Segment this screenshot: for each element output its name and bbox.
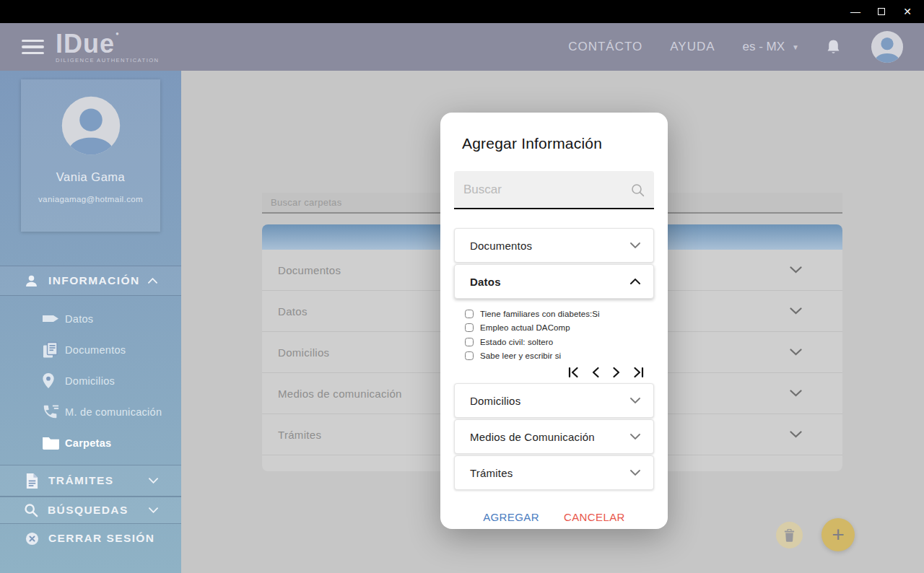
next-page-icon bbox=[611, 367, 622, 378]
cancelar-button[interactable]: CANCELAR bbox=[564, 511, 625, 523]
modal-title: Agregar Información bbox=[462, 135, 668, 152]
sidebar-section-informacion[interactable]: INFORMACIÓN bbox=[0, 266, 181, 296]
option-row[interactable]: Tiene familiares con diabetes:Si bbox=[465, 307, 654, 321]
sidebar-section-busquedas[interactable]: BÚSQUEDAS bbox=[0, 497, 181, 524]
logout-icon bbox=[25, 532, 39, 546]
profile-card: Vania Gama vaniagamag@hotmail.com bbox=[21, 79, 160, 232]
last-page-icon bbox=[632, 367, 645, 378]
previous-page-button[interactable] bbox=[590, 367, 601, 378]
sidebar-section-label: INFORMACIÓN bbox=[48, 274, 139, 287]
hamburger-menu-icon[interactable] bbox=[22, 40, 44, 55]
sidebar-item-label: Documentos bbox=[65, 344, 126, 356]
dropdown-triangle-icon: ▼ bbox=[792, 43, 799, 51]
pen-icon bbox=[42, 315, 61, 323]
accordion-label: Medios de Comunicación bbox=[470, 431, 595, 443]
maximize-button[interactable] bbox=[871, 1, 892, 22]
checkbox[interactable] bbox=[465, 351, 474, 360]
location-pin-icon bbox=[42, 372, 61, 389]
sidebar-item-label: M. de comunicación bbox=[65, 406, 162, 418]
option-row[interactable]: Estado civil: soltero bbox=[465, 335, 654, 349]
language-value: es - MX bbox=[743, 40, 785, 54]
nav-ayuda-link[interactable]: AYUDA bbox=[670, 40, 715, 54]
documents-icon bbox=[42, 341, 61, 359]
checkbox[interactable] bbox=[465, 323, 474, 332]
sidebar: Vania Gama vaniagamag@hotmail.com INFORM… bbox=[0, 71, 181, 573]
chevron-down-icon[interactable] bbox=[790, 390, 802, 397]
accordion-list: Documentos Datos Tiene familiares con di… bbox=[454, 228, 654, 490]
trash-icon bbox=[784, 529, 795, 542]
profile-email: vaniagamag@hotmail.com bbox=[21, 195, 160, 204]
minimize-button[interactable]: — bbox=[845, 1, 866, 22]
logo-text: IDue bbox=[56, 29, 115, 58]
option-label: Empleo actual DAComp bbox=[480, 323, 570, 332]
sidebar-section-label: BÚSQUEDAS bbox=[48, 504, 128, 517]
accordion-domicilios[interactable]: Domicilios bbox=[454, 383, 654, 418]
chevron-down-icon[interactable] bbox=[790, 307, 802, 315]
sidebar-item-label: Datos bbox=[65, 313, 93, 325]
logo-registered-mark: ● bbox=[116, 30, 119, 37]
avatar[interactable] bbox=[871, 30, 904, 64]
agregar-button[interactable]: AGREGAR bbox=[483, 511, 539, 523]
sidebar-item-cerrar-sesion[interactable]: CERRAR SESIÓN bbox=[0, 524, 181, 553]
nav-contacto-link[interactable]: CONTÁCTO bbox=[568, 40, 642, 54]
first-page-button[interactable] bbox=[567, 367, 580, 378]
sidebar-item-domicilios[interactable]: Domicilios bbox=[0, 365, 181, 396]
sidebar-item-medios-comunicacion[interactable]: M. de comunicación bbox=[0, 396, 181, 427]
accordion-datos[interactable]: Datos bbox=[454, 264, 654, 299]
app-header: IDue● DILIGENCE AUTHENTICATION CONTÁCTO … bbox=[0, 23, 924, 71]
chevron-down-icon bbox=[149, 507, 158, 513]
chevron-down-icon[interactable] bbox=[790, 349, 802, 356]
chevron-down-icon bbox=[630, 242, 640, 248]
chevron-down-icon bbox=[630, 398, 640, 403]
sidebar-item-label: Carpetas bbox=[65, 437, 111, 449]
accordion-datos-content: Tiene familiares con diabetes:Si Empleo … bbox=[454, 299, 654, 380]
bell-icon[interactable] bbox=[827, 39, 840, 55]
last-page-button[interactable] bbox=[632, 367, 645, 378]
row-label: Domicilios bbox=[278, 346, 329, 359]
chevron-down-icon[interactable] bbox=[790, 266, 802, 274]
sidebar-menu: Datos Documentos Domicilios bbox=[0, 303, 181, 458]
chevron-up-icon bbox=[148, 278, 157, 284]
sidebar-item-datos[interactable]: Datos bbox=[0, 303, 181, 334]
agregar-informacion-modal: Agregar Información Documentos Datos Tie… bbox=[440, 113, 668, 529]
option-row[interactable]: Sabe leer y escribir si bbox=[465, 349, 654, 364]
language-selector[interactable]: es - MX ▼ bbox=[743, 40, 799, 54]
accordion-documentos[interactable]: Documentos bbox=[454, 228, 654, 263]
sidebar-item-carpetas[interactable]: Carpetas bbox=[0, 427, 181, 458]
sidebar-section-label: TRÁMITES bbox=[48, 474, 113, 487]
maximize-icon bbox=[878, 8, 885, 15]
accordion-label: Domicilios bbox=[470, 395, 520, 407]
option-row[interactable]: Empleo actual DAComp bbox=[465, 321, 654, 336]
accordion-label: Datos bbox=[470, 276, 501, 288]
os-title-bar: — ✕ bbox=[0, 0, 924, 23]
modal-search-input[interactable] bbox=[454, 171, 654, 208]
person-icon bbox=[24, 274, 39, 289]
minimize-icon: — bbox=[850, 6, 860, 17]
close-button[interactable]: ✕ bbox=[897, 1, 918, 22]
modal-actions: AGREGAR CANCELAR bbox=[440, 511, 668, 523]
profile-avatar bbox=[61, 95, 121, 156]
checkbox[interactable] bbox=[465, 338, 474, 346]
search-icon bbox=[24, 503, 38, 517]
option-label: Tiene familiares con diabetes:Si bbox=[480, 310, 600, 318]
logo-tagline: DILIGENCE AUTHENTICATION bbox=[56, 57, 160, 64]
profile-name: Vania Gama bbox=[21, 170, 160, 184]
close-icon: ✕ bbox=[903, 6, 912, 17]
delete-fab-button[interactable] bbox=[776, 522, 803, 548]
chevron-down-icon bbox=[149, 478, 158, 484]
chevron-down-icon[interactable] bbox=[790, 431, 802, 438]
modal-search-box bbox=[454, 171, 654, 209]
header-nav: CONTÁCTO AYUDA es - MX ▼ bbox=[568, 30, 924, 64]
accordion-medios-comunicacion[interactable]: Medios de Comunicación bbox=[454, 419, 654, 454]
sidebar-section-label: CERRAR SESIÓN bbox=[48, 532, 154, 545]
next-page-button[interactable] bbox=[611, 367, 622, 378]
phone-icon bbox=[42, 403, 61, 420]
checkbox[interactable] bbox=[465, 310, 474, 318]
accordion-tramites[interactable]: Trámites bbox=[454, 455, 654, 490]
previous-page-icon bbox=[590, 367, 601, 378]
folder-icon bbox=[42, 436, 61, 450]
first-page-icon bbox=[567, 367, 580, 378]
add-fab-button[interactable]: + bbox=[821, 518, 855, 551]
sidebar-section-tramites[interactable]: TRÁMITES bbox=[0, 465, 181, 497]
sidebar-item-documentos[interactable]: Documentos bbox=[0, 334, 181, 365]
